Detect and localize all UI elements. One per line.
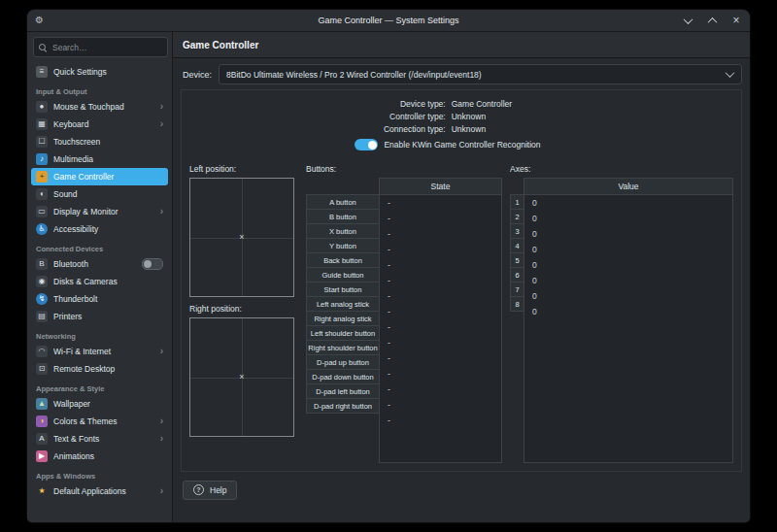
search-box[interactable] <box>33 37 168 57</box>
bluetooth-toggle[interactable] <box>142 258 163 270</box>
button-state-left-shoulder-button: - <box>380 335 501 350</box>
sidebar-item-wi-fi-internet[interactable]: ◠Wi-Fi & Internet› <box>31 343 168 360</box>
help-icon: ? <box>193 484 204 495</box>
right-position-label: Right position: <box>189 304 298 314</box>
controller-panels: Left position: × Right position: × <box>182 157 741 471</box>
search-input[interactable] <box>51 42 162 53</box>
axes-column: Axes: 12345678 Value 00000000 <box>510 162 733 463</box>
sidebar-item-label: Thunderbolt <box>53 294 163 304</box>
axis-index-3: 3 <box>510 223 524 239</box>
sidebar-item-accessibility[interactable]: ♿Accessibility <box>31 220 168 238</box>
device-label: Device: <box>183 70 212 80</box>
sidebar-item-disks-cameras[interactable]: ◉Disks & Cameras <box>31 273 168 290</box>
left-position-label: Left position: <box>189 164 298 174</box>
minimize-button[interactable] <box>682 15 693 26</box>
button-state-x-button: - <box>380 226 501 242</box>
sidebar-item-quick-settings[interactable]: ≡Quick Settings <box>31 63 168 81</box>
device-info-label: Controller type: <box>384 112 446 121</box>
maximize-button[interactable] <box>706 15 718 26</box>
left-position-plot: × <box>189 178 294 297</box>
wi-fi-internet-icon: ◠ <box>36 346 48 357</box>
device-info-value: Unknown <box>452 124 512 134</box>
sidebar-item-colors-themes[interactable]: ◑Colors & Themes› <box>31 413 168 430</box>
kwin-recognition-toggle[interactable] <box>355 139 378 150</box>
sidebar-item-label: Default Applications <box>53 486 154 496</box>
axis-value-4: 0 <box>524 242 732 257</box>
button-name-right-analog-stick: Right analog stick <box>306 311 380 326</box>
chevron-down-icon <box>683 15 693 24</box>
sidebar-item-label: Colors & Themes <box>53 416 154 426</box>
sidebar-item-label: Quick Settings <box>53 67 163 77</box>
sidebar-item-text-fonts[interactable]: AText & Fonts› <box>31 430 168 448</box>
button-state-d-pad-right-button: - <box>380 413 501 428</box>
system-settings-window: ⚙ Game Controller — System Settings × ≡Q… <box>27 10 750 522</box>
buttons-state-rows: --------------- <box>380 195 501 428</box>
sidebar-section-header: Appearance & Style <box>31 378 168 395</box>
axis-index-2: 2 <box>510 209 524 224</box>
buttons-table: A buttonB buttonX buttonY buttonBack but… <box>306 178 502 463</box>
device-row: Device: 8BitDo Ultimate Wireless / Pro 2… <box>173 58 750 89</box>
button-state-y-button: - <box>380 242 501 257</box>
chevron-right-icon: › <box>160 102 163 112</box>
sidebar-item-label: Display & Monitor <box>53 207 154 216</box>
sidebar-item-remote-desktop[interactable]: ⊡Remote Desktop <box>31 360 168 378</box>
sidebar-item-label: Printers <box>53 312 163 321</box>
axis-value-6: 0 <box>524 273 732 288</box>
button-state-a-button: - <box>380 195 501 211</box>
sidebar: ≡Quick SettingsInput & Output●Mouse & To… <box>27 32 173 522</box>
axis-value-1: 0 <box>524 195 732 211</box>
sidebar-item-animations[interactable]: ▶Animations <box>31 448 168 465</box>
device-info-value: Unknown <box>452 112 512 121</box>
sidebar-item-default-applications[interactable]: ★Default Applications› <box>31 482 168 500</box>
sidebar-item-label: Keyboard <box>53 119 154 129</box>
sidebar-search-row <box>27 32 172 61</box>
sidebar-item-label: Bluetooth <box>53 259 136 269</box>
sidebar-item-label: Disks & Cameras <box>53 277 163 286</box>
sidebar-item-keyboard[interactable]: ▦Keyboard› <box>31 116 168 133</box>
buttons-column: Buttons: A buttonB buttonX buttonY butto… <box>306 162 502 463</box>
button-state-right-shoulder-button: - <box>380 350 501 366</box>
device-combobox[interactable]: 8BitDo Ultimate Wireless / Pro 2 Wired C… <box>219 64 742 84</box>
sidebar-item-label: Text & Fonts <box>53 434 154 444</box>
animations-icon: ▶ <box>36 450 48 462</box>
chevron-right-icon: › <box>160 416 163 426</box>
sidebar-item-bluetooth[interactable]: BBluetooth <box>31 255 168 273</box>
remote-desktop-icon: ⊡ <box>36 363 48 375</box>
sidebar-item-mouse-touchpad[interactable]: ●Mouse & Touchpad› <box>31 98 168 116</box>
sidebar-item-wallpaper[interactable]: ▲Wallpaper <box>31 395 168 413</box>
sidebar-item-display-monitor[interactable]: ▭Display & Monitor› <box>31 203 168 220</box>
close-button[interactable]: × <box>730 15 742 26</box>
kwin-toggle-row: Enable KWin Game Controller Recognition <box>355 139 540 150</box>
help-button[interactable]: ? Help <box>183 481 237 500</box>
sidebar-item-printers[interactable]: ▤Printers <box>31 308 168 325</box>
sound-icon: ◖ <box>36 188 48 200</box>
axes-index-column: 12345678 <box>510 178 524 463</box>
window-title: Game Controller — System Settings <box>27 16 750 25</box>
button-name-d-pad-left-button: D-pad left button <box>306 383 380 399</box>
button-name-d-pad-right-button: D-pad right button <box>306 398 380 414</box>
default-applications-icon: ★ <box>36 485 48 497</box>
axes-label: Axes: <box>510 164 733 174</box>
button-name-back-button: Back button <box>306 252 380 268</box>
window-controls: × <box>682 15 742 26</box>
sidebar-item-multimedia[interactable]: ♪Multimedia <box>31 150 168 168</box>
button-name-x-button: X button <box>306 223 380 239</box>
page-title: Game Controller <box>173 32 750 58</box>
sidebar-item-label: Remote Desktop <box>53 364 163 374</box>
sidebar-item-touchscreen[interactable]: ☐Touchscreen <box>31 133 168 150</box>
sidebar-item-game-controller[interactable]: +Game Controller <box>31 168 168 185</box>
chevron-right-icon: › <box>160 119 163 129</box>
game-controller-icon: + <box>36 171 48 183</box>
help-button-label: Help <box>210 485 226 495</box>
quick-settings-icon: ≡ <box>36 66 48 78</box>
sidebar-item-thunderbolt[interactable]: ↯Thunderbolt <box>31 290 168 308</box>
button-name-start-button: Start button <box>306 282 380 297</box>
chevron-right-icon: › <box>160 347 163 356</box>
sidebar-section-header: Apps & Windows <box>31 465 168 482</box>
axes-value-rows: 00000000 <box>524 195 732 319</box>
value-header: Value <box>524 179 732 195</box>
titlebar[interactable]: ⚙ Game Controller — System Settings × <box>27 10 750 32</box>
sidebar-section-header: Input & Output <box>31 81 168 98</box>
sidebar-item-sound[interactable]: ◖Sound <box>31 185 168 203</box>
accessibility-icon: ♿ <box>36 223 48 235</box>
